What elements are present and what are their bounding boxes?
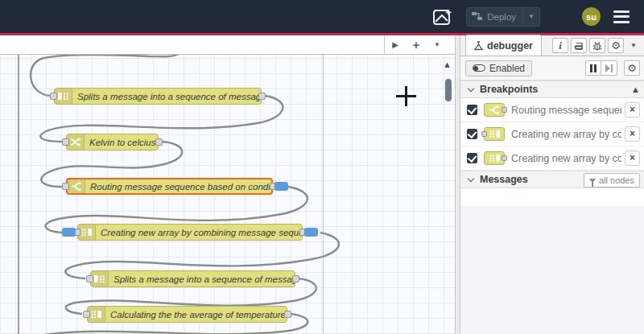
deploy-label: Deploy	[487, 12, 516, 22]
join-icon	[484, 127, 505, 141]
breakpoint-row-2: Creating new array by combining message …	[460, 146, 644, 171]
workspace: ▶ + ▼ Splits a message into a sequence o…	[0, 35, 455, 334]
sidebar-tabbar: debugger i ⚙	[460, 35, 644, 56]
debugger-tab-label: debugger	[487, 40, 533, 52]
breakpoint-checkbox[interactable]	[467, 153, 477, 163]
settings-button[interactable]: ⚙	[608, 38, 624, 53]
remove-breakpoint-button[interactable]: ×	[625, 151, 640, 166]
funnel-icon	[589, 179, 596, 183]
breakpoint-checkbox[interactable]	[467, 105, 477, 115]
switch-icon	[68, 179, 85, 193]
messages-section-header[interactable]: Messages all nodes	[460, 171, 644, 188]
node-port-right[interactable]	[155, 138, 163, 146]
add-flow-icon[interactable]: +	[409, 38, 423, 52]
sidebar: debugger i ⚙	[460, 35, 644, 334]
remove-breakpoint-button[interactable]: ×	[625, 102, 640, 118]
breakpoint-label[interactable]: Routing message sequence based on condit…	[511, 105, 621, 116]
mini-node-port	[481, 131, 487, 137]
step-button[interactable]	[601, 60, 617, 76]
chevron-down-icon	[468, 85, 474, 91]
join-icon	[88, 307, 105, 322]
breakpoint-badge[interactable]	[62, 228, 76, 237]
node-port-left[interactable]	[50, 93, 57, 100]
deploy-caret-icon[interactable]: ▼	[528, 13, 535, 20]
breakpoint-badge[interactable]	[275, 182, 288, 191]
flow-node-4[interactable]: Splits a message into a sequence of mess…	[90, 270, 295, 287]
node-port-left[interactable]	[62, 138, 69, 146]
messages-empty-area	[460, 207, 644, 334]
breakpoint-label[interactable]: Creating new array by combining message …	[511, 129, 621, 140]
sidebar-tabs-caret-icon[interactable]: ▼	[630, 42, 637, 49]
node-port-right[interactable]	[292, 275, 299, 282]
gear-icon: ⚙	[627, 62, 637, 74]
node-label: Splits a message into a sequence of mess…	[72, 92, 261, 101]
split-icon	[91, 271, 109, 287]
flow-canvas[interactable]: Splits a message into a sequence of mess…	[0, 55, 455, 334]
avatar-initials: su	[586, 12, 597, 22]
tab-scroll-right-icon[interactable]: ▶	[388, 38, 402, 52]
switch-icon	[484, 103, 505, 117]
node-port-left[interactable]	[86, 275, 93, 282]
deploy-divider	[522, 10, 523, 23]
node-label: Kelvin to celcius	[85, 138, 158, 147]
breakpoints-section-header[interactable]: Breakpoints ▲	[460, 80, 644, 98]
breakpoint-checkbox[interactable]	[467, 129, 477, 139]
info-button[interactable]: i	[552, 38, 568, 53]
enabled-label: Enabled	[489, 63, 525, 74]
enabled-toggle[interactable]: Enabled	[465, 60, 532, 76]
filter-label: all nodes	[599, 175, 634, 185]
flow-list-icon[interactable]: ▼	[430, 38, 444, 52]
chevron-down-icon	[468, 175, 474, 181]
pause-icon	[590, 64, 597, 72]
messages-title: Messages	[480, 174, 528, 185]
breakpoint-row-0: Routing message sequence based on condit…	[460, 98, 644, 122]
change-icon	[67, 134, 85, 150]
node-label: Calculating the the average of temperatu…	[105, 310, 287, 320]
docs-button[interactable]	[571, 38, 587, 53]
deploy-button[interactable]: Deploy ▼	[466, 7, 540, 27]
gear-icon: ⚙	[611, 39, 621, 52]
breakpoint-badge[interactable]	[304, 228, 318, 237]
tab-debugger[interactable]: debugger	[465, 35, 542, 56]
flow-node-3[interactable]: Creating new array by combining message …	[77, 224, 303, 241]
messages-empty-row	[460, 188, 644, 207]
canvas-scroll-up-icon[interactable]: ▲	[443, 60, 452, 69]
flow-node-0[interactable]: Splits a message into a sequence of mess…	[54, 88, 262, 105]
toggle-icon	[473, 64, 485, 72]
node-port-left[interactable]	[83, 311, 90, 318]
node-port-right[interactable]	[258, 93, 266, 100]
flow-node-1[interactable]: Kelvin to celcius	[66, 134, 159, 151]
flow-node-5[interactable]: Calculating the the average of temperatu…	[87, 306, 287, 323]
user-avatar[interactable]: su	[582, 7, 601, 26]
step-icon	[605, 64, 613, 72]
debugger-settings-button[interactable]: ⚙	[624, 60, 640, 76]
breakpoint-label[interactable]: Creating new array by combining message …	[511, 153, 621, 164]
mini-node-port	[502, 155, 507, 161]
sidebar-splitter[interactable]	[455, 35, 460, 334]
header: Deploy ▼ su	[0, 0, 644, 33]
debug-button[interactable]	[589, 38, 605, 53]
menu-icon[interactable]	[613, 10, 630, 23]
image-sparkle-icon[interactable]	[431, 6, 455, 28]
breakpoints-scroll-up-icon[interactable]: ▲	[631, 85, 640, 94]
node-port-right[interactable]	[284, 311, 291, 318]
breakpoints-list: Routing message sequence based on condit…	[460, 98, 644, 171]
split-icon	[55, 89, 72, 104]
flow-node-2[interactable]: Routing message sequence based on condit…	[66, 178, 273, 195]
remove-breakpoint-button[interactable]: ×	[625, 126, 640, 142]
breakpoint-row-1: Creating new array by combining message …	[460, 122, 644, 146]
pause-button[interactable]	[585, 60, 601, 76]
filter-all-nodes-button[interactable]: all nodes	[584, 173, 640, 188]
node-port-left[interactable]	[62, 183, 69, 190]
debugger-tab-icon	[474, 41, 483, 51]
book-icon	[574, 41, 584, 51]
canvas-scrollbar-thumb[interactable]	[445, 79, 452, 101]
breakpoints-title: Breakpoints	[480, 84, 538, 95]
node-label: Splits a message into a sequence of mess…	[109, 274, 295, 284]
mini-node-port	[502, 107, 507, 113]
join-icon	[484, 151, 505, 165]
node-label: Routing message sequence based on condit…	[85, 182, 271, 192]
bug-icon	[592, 41, 602, 51]
deploy-node-icon	[472, 11, 483, 23]
join-icon	[78, 225, 96, 240]
